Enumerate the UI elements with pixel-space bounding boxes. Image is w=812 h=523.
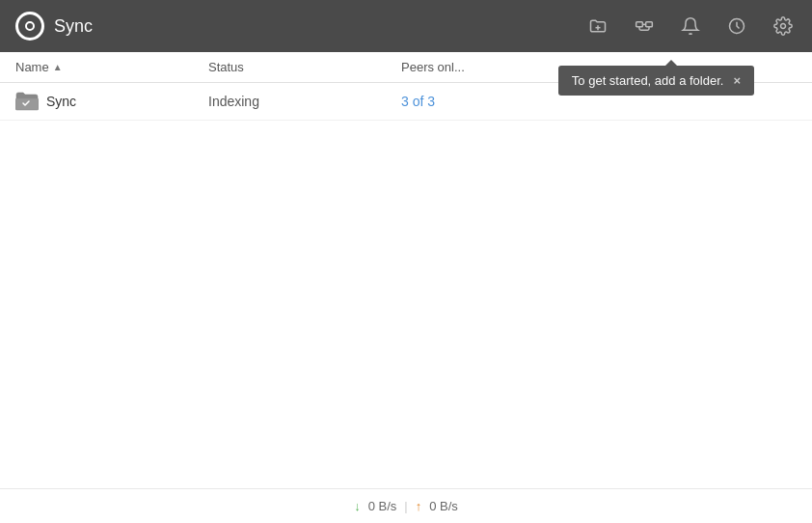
- status-bar: ↓ 0 B/s | ↑ 0 B/s: [0, 488, 812, 523]
- col-header-name[interactable]: Name ▲: [15, 60, 208, 74]
- app-logo-area: Sync: [15, 12, 93, 41]
- bell-icon[interactable]: [677, 13, 704, 40]
- folder-icon: [15, 91, 39, 112]
- tooltip-message: To get started, add a folder.: [572, 73, 724, 88]
- sort-arrow-icon: ▲: [53, 62, 63, 72]
- download-arrow-icon: ↓: [354, 499, 361, 513]
- folder-peers-cell: 3 of 3: [401, 94, 797, 109]
- svg-rect-3: [646, 22, 653, 27]
- svg-rect-2: [636, 22, 643, 27]
- folder-name-cell: Sync: [15, 91, 208, 112]
- folder-status-text: Indexing: [208, 94, 259, 109]
- folder-name-label: Sync: [46, 94, 76, 109]
- history-icon[interactable]: [723, 13, 750, 40]
- upload-arrow-icon: ↑: [416, 499, 422, 513]
- getting-started-tooltip: To get started, add a folder. ×: [558, 66, 754, 96]
- col-header-status[interactable]: Status: [208, 60, 401, 74]
- upload-speed: 0 B/s: [429, 499, 458, 513]
- settings-icon[interactable]: [770, 13, 797, 40]
- app-title: Sync: [54, 16, 93, 37]
- app-logo: [15, 12, 44, 41]
- svg-point-6: [781, 24, 786, 29]
- folder-status-cell: Indexing: [208, 94, 401, 109]
- main-content: Name ▲ Status Peers onl... Sync Indexing: [0, 52, 812, 488]
- logo-inner-circle: [25, 21, 35, 31]
- download-speed: 0 B/s: [368, 499, 397, 513]
- folder-peers-text: 3 of 3: [401, 94, 435, 109]
- add-folder-icon[interactable]: [584, 13, 611, 40]
- header-actions: [584, 13, 797, 40]
- status-separator: |: [404, 499, 407, 513]
- app-header: Sync: [0, 0, 812, 52]
- connect-icon[interactable]: [631, 13, 658, 40]
- tooltip-close-button[interactable]: ×: [733, 73, 741, 88]
